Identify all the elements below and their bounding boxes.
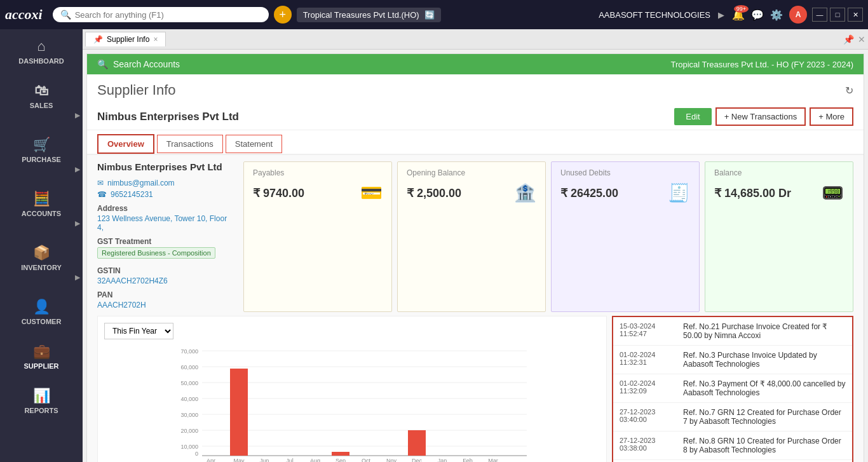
- sidebar-item-accounts[interactable]: 🧮 ACCOUNTS ▶: [0, 182, 83, 236]
- close-button[interactable]: ✕: [848, 8, 863, 22]
- company-selector[interactable]: Tropical Treasures Pvt Ltd.(HO) 🔄: [297, 8, 441, 22]
- gst-treatment-value: Registered Business - Composition: [97, 247, 215, 259]
- year-filter-select[interactable]: This Fin Year Last Fin Year Custom: [104, 323, 173, 339]
- svg-text:Jun: Jun: [260, 458, 269, 462]
- page-title-area: Supplier Info ↻: [87, 74, 864, 104]
- sidebar-item-dashboard[interactable]: ⌂ DASHBOARD: [0, 29, 83, 74]
- tab-supplier-info[interactable]: 📌 Supplier Info ×: [85, 32, 166, 46]
- sidebar-item-label: REPORTS: [24, 407, 58, 414]
- notifications-button[interactable]: 🔔99+: [732, 9, 745, 21]
- svg-text:10,000: 10,000: [180, 444, 198, 450]
- company-name-top: AABASOFT TECHNOLOGIES: [599, 10, 710, 20]
- activity-desc: Ref. No.21 Purchase Invoice Created for …: [683, 322, 846, 340]
- svg-text:30,000: 30,000: [180, 412, 198, 418]
- activity-time: 15-03-202411:52:47: [620, 322, 677, 340]
- svg-text:Feb: Feb: [463, 458, 473, 462]
- address-label: Address: [97, 204, 229, 213]
- inventory-icon: 📦: [33, 245, 50, 261]
- balance-icon: 📟: [822, 182, 844, 203]
- activity-desc: Ref. No.7 GRN 12 Created for Purchase Or…: [683, 408, 846, 426]
- activity-item: 27-12-202303:40:00 Ref. No.7 GRN 12 Crea…: [613, 403, 852, 431]
- new-transactions-button[interactable]: + New Transactions: [715, 107, 806, 126]
- email-value: nimbus@gmail.com: [107, 179, 175, 187]
- svg-text:Aug: Aug: [310, 458, 320, 462]
- search-icon: 🔍: [60, 10, 71, 20]
- svg-text:20,000: 20,000: [180, 428, 198, 434]
- bar-dec: [408, 430, 426, 456]
- supplier-name-heading: Nimbus Enterprises Pvt Ltd: [97, 111, 239, 123]
- sidebar-item-label: ACCOUNTS: [22, 210, 61, 217]
- tab-close-button[interactable]: ×: [153, 35, 158, 44]
- opening-balance-value: ₹ 2,500.00: [407, 186, 461, 200]
- tab-pin-right[interactable]: 📌: [843, 34, 854, 44]
- svg-text:May: May: [233, 458, 245, 462]
- tab-close-right[interactable]: ✕: [858, 34, 865, 44]
- maximize-button[interactable]: □: [830, 8, 845, 22]
- tab-statement[interactable]: Statement: [226, 135, 282, 153]
- overview-area: Nimbus Enterprises Pvt Ltd ✉ nimbus@gmai…: [87, 155, 864, 316]
- svg-text:40,000: 40,000: [180, 396, 198, 402]
- bar-jun: [230, 369, 248, 456]
- inner-content: 🔍 Search Accounts Tropical Treasures Pvt…: [86, 53, 864, 462]
- sidebar-item-label: INVENTORY: [21, 264, 62, 271]
- reports-icon: 📊: [33, 388, 50, 404]
- unused-debits-value: ₹ 26425.00: [560, 186, 618, 200]
- sidebar-item-sales[interactable]: 🛍 SALES ▶: [0, 74, 83, 128]
- svg-text:0: 0: [195, 451, 198, 457]
- activity-desc: Ref. No.3 Payment Of ₹ 48,000.00 cancell…: [683, 379, 846, 397]
- activity-panel: 15-03-202411:52:47 Ref. No.21 Purchase I…: [612, 316, 853, 462]
- search-accounts-area[interactable]: 🔍 Search Accounts: [97, 59, 180, 69]
- main-layout: ⌂ DASHBOARD 🛍 SALES ▶ 🛒 PURCHASE ▶ 🧮 ACC…: [0, 29, 868, 462]
- top-icons: 🔔99+ 💬 ⚙️ A: [732, 6, 807, 24]
- activity-time: 27-12-202303:38:00: [620, 437, 677, 454]
- sidebar: ⌂ DASHBOARD 🛍 SALES ▶ 🛒 PURCHASE ▶ 🧮 ACC…: [0, 29, 83, 462]
- chart-area: This Fin Year Last Fin Year Custom 70,00…: [97, 316, 607, 462]
- search-bar[interactable]: 🔍: [53, 7, 269, 22]
- sidebar-item-customer[interactable]: 👤 CUSTOMER: [0, 290, 83, 334]
- unused-debits-label: Unused Debits: [560, 168, 690, 177]
- refresh-button[interactable]: ↻: [845, 85, 853, 97]
- tab-bar: 📌 Supplier Info × 📌 ✕: [83, 29, 868, 50]
- avatar: A: [789, 6, 807, 24]
- search-accounts-label: Search Accounts: [113, 59, 180, 69]
- activity-time: 27-12-202303:40:00: [620, 408, 677, 426]
- activity-list: 15-03-202411:52:47 Ref. No.21 Purchase I…: [613, 317, 852, 462]
- company-name: Tropical Treasures Pvt Ltd.(HO): [303, 10, 419, 20]
- stat-opening-balance: Opening Balance ₹ 2,500.00 🏦: [397, 161, 546, 312]
- bar-chart-svg: 70,000 60,000 50,000 40,000 30,000 20,00…: [104, 344, 600, 462]
- tab-transactions[interactable]: Transactions: [157, 135, 223, 153]
- sidebar-item-label: PURCHASE: [22, 156, 61, 163]
- add-button[interactable]: +: [274, 6, 292, 24]
- unused-debits-icon: 🧾: [668, 182, 690, 203]
- svg-text:Jul: Jul: [286, 458, 294, 462]
- sidebar-item-supplier[interactable]: 💼 SUPPLIER: [0, 334, 83, 379]
- gstin-value: 32AAACH2702H4Z6: [97, 276, 229, 285]
- sidebar-item-purchase[interactable]: 🛒 PURCHASE ▶: [0, 128, 83, 182]
- sidebar-item-label: DASHBOARD: [18, 57, 64, 65]
- stat-unused-debits: Unused Debits ₹ 26425.00 🧾: [551, 161, 700, 312]
- sidebar-item-reports[interactable]: 📊 REPORTS: [0, 379, 83, 423]
- phone-value: 9652145231: [111, 190, 153, 199]
- more-button[interactable]: + More: [810, 107, 853, 126]
- stat-balance: Balance ₹ 14,685.00 Dr 📟: [705, 161, 853, 312]
- activity-desc: Ref. No.8 GRN 10 Created for Purchase Or…: [683, 437, 846, 454]
- minimize-button[interactable]: —: [812, 8, 827, 22]
- sidebar-item-label: SALES: [30, 102, 53, 109]
- svg-text:Oct: Oct: [362, 458, 371, 462]
- tab-overview[interactable]: Overview: [97, 134, 154, 154]
- svg-text:Mar: Mar: [488, 458, 498, 462]
- stats-row: Payables ₹ 9740.00 💳 Opening Balance ₹ 2…: [243, 161, 853, 312]
- edit-button[interactable]: Edit: [674, 108, 711, 125]
- settings-button[interactable]: ⚙️: [770, 9, 783, 21]
- svg-text:Apr: Apr: [207, 458, 215, 462]
- payables-label: Payables: [253, 168, 383, 177]
- topbar: accoxi 🔍 + Tropical Treasures Pvt Ltd.(H…: [0, 0, 868, 29]
- supplier-icon: 💼: [33, 343, 50, 360]
- search-input[interactable]: [75, 10, 253, 20]
- svg-text:Sep: Sep: [336, 458, 346, 462]
- pan-label: PAN: [97, 290, 229, 299]
- email-icon: ✉: [97, 179, 104, 187]
- gst-treatment-label: GST Treatment: [97, 237, 229, 246]
- messages-button[interactable]: 💬: [751, 9, 764, 21]
- sidebar-item-inventory[interactable]: 📦 INVENTORY ▶: [0, 236, 83, 290]
